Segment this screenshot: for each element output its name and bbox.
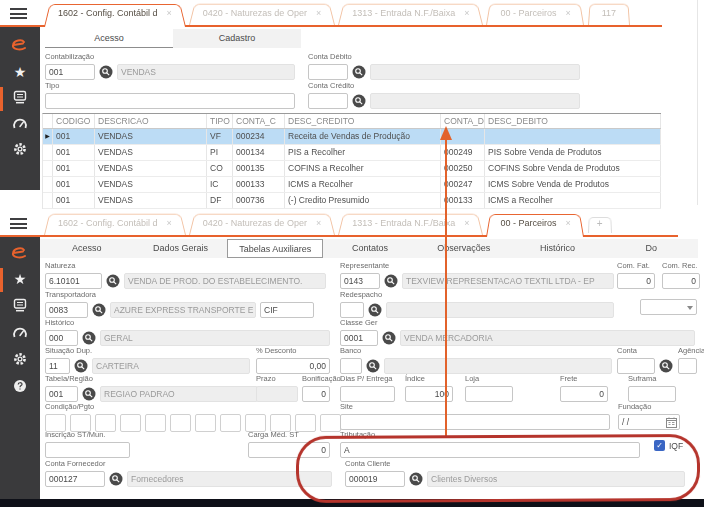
subtab-tabelas-auxiliares[interactable]: Tabelas Auxiliares <box>227 239 323 258</box>
classe-ger-code-input[interactable]: 0001 <box>340 330 378 346</box>
lookup-icon[interactable] <box>82 331 96 345</box>
tab-117[interactable]: 117 <box>588 2 630 25</box>
conta-input[interactable] <box>617 358 655 374</box>
tab-parceiros[interactable]: 00 - Parceiros× <box>486 212 584 237</box>
close-icon[interactable]: × <box>464 8 469 18</box>
empty-select[interactable] <box>640 299 697 315</box>
transportadora-code-input[interactable]: 0083 <box>45 302 88 318</box>
situacao-dup-code-input[interactable]: 11 <box>45 358 70 374</box>
natureza-code-input[interactable]: 6.10101 <box>45 273 102 289</box>
conta-credito-code-input[interactable] <box>308 93 348 109</box>
desconto-input[interactable]: 0,00 <box>256 358 330 374</box>
com-rec-input[interactable]: 0 <box>662 273 700 289</box>
col-desc-credito[interactable]: DESC_CREDITO <box>285 114 441 128</box>
subtab-cadastro[interactable]: Cadastro <box>173 29 301 48</box>
close-icon[interactable]: × <box>167 218 172 228</box>
menu-icon[interactable] <box>10 8 27 20</box>
settings-gear-icon[interactable] <box>0 352 40 370</box>
lookup-icon[interactable] <box>109 472 123 486</box>
bonificacao-input[interactable]: 0 <box>302 386 330 402</box>
subtab-acesso[interactable]: Acesso <box>45 29 173 48</box>
lookup-icon[interactable] <box>92 303 106 317</box>
contabilizacao-code-input[interactable]: 001 <box>45 64 95 80</box>
condicao-pgto-box[interactable] <box>170 414 191 432</box>
favorites-star-icon[interactable]: ★ <box>0 271 40 289</box>
redespacho-code-input[interactable] <box>340 302 364 318</box>
close-icon[interactable]: × <box>464 218 469 228</box>
subtab-documentos[interactable]: Do <box>604 239 698 258</box>
calendar-icon[interactable] <box>666 417 677 430</box>
col-descricao[interactable]: DESCRICAO <box>95 114 207 128</box>
lookup-icon[interactable] <box>659 359 673 373</box>
conta-debito-code-input[interactable] <box>308 64 348 80</box>
subtab-observacoes[interactable]: Observações <box>417 239 511 258</box>
fundacao-input[interactable]: / / <box>618 414 680 430</box>
table-row[interactable]: 001 VENDAS DF 000736 (-) Credito Presumi… <box>43 193 661 209</box>
close-icon[interactable]: × <box>316 218 321 228</box>
tab-parceiros[interactable]: 00 - Parceiros× <box>486 2 584 25</box>
help-question-icon[interactable] <box>0 379 40 397</box>
lookup-icon[interactable] <box>99 65 113 79</box>
conta-fornecedor-code-input[interactable]: 000127 <box>45 471 105 487</box>
dashboard-gauge-icon[interactable] <box>0 116 40 134</box>
tab-config-contabil[interactable]: 1602 - Config. Contábil d× <box>44 2 186 27</box>
subtab-dados-gerais[interactable]: Dados Gerais <box>134 239 228 258</box>
subtab-historico[interactable]: Histórico <box>511 239 605 258</box>
tab-entrada-nf[interactable]: 1313 - Entrada N.F./Baixa× <box>338 2 483 25</box>
representante-code-input[interactable]: 0143 <box>340 273 380 289</box>
condicao-pgto-box[interactable] <box>195 414 216 432</box>
conta-cliente-code-input[interactable]: 000019 <box>345 471 405 487</box>
col-conta-c[interactable]: CONTA_C <box>233 114 285 128</box>
tributacao-select[interactable]: A <box>340 442 640 458</box>
subtab-acesso[interactable]: Acesso <box>40 239 134 258</box>
col-conta-d[interactable]: CONTA_D <box>441 114 485 128</box>
menu-icon[interactable] <box>10 218 27 230</box>
close-icon[interactable]: × <box>167 8 172 18</box>
lookup-icon[interactable] <box>366 359 380 373</box>
banco-code-input[interactable] <box>340 358 362 374</box>
subtab-contatos[interactable]: Contatos <box>323 239 417 258</box>
carga-med-input[interactable]: 0 <box>248 442 330 458</box>
agencia-input[interactable] <box>678 358 697 374</box>
col-tipo[interactable]: TIPO <box>207 114 233 128</box>
suframa-input[interactable] <box>628 386 676 402</box>
lookup-icon[interactable] <box>74 359 88 373</box>
tabela-regiao-code-input[interactable]: 001 <box>45 386 78 402</box>
tab-naturezas-oper[interactable]: 0420 - Naturezas de Oper× <box>189 212 335 235</box>
new-tab-button[interactable]: + <box>588 216 612 233</box>
col-codigo[interactable]: CODIGO <box>53 114 95 128</box>
settings-gear-icon[interactable] <box>0 142 40 160</box>
close-icon[interactable]: × <box>566 8 571 18</box>
table-row[interactable]: 001 VENDAS CO 000135 COFINS a Recolher 0… <box>43 161 661 177</box>
table-row[interactable]: 001 VENDAS PI 000134 PIS a Recolher 0002… <box>43 145 661 161</box>
lookup-icon[interactable] <box>368 303 382 317</box>
lookup-icon[interactable] <box>382 331 396 345</box>
frete-tipo-select[interactable]: CIF <box>260 302 314 318</box>
prazo-select[interactable] <box>256 386 298 402</box>
lookup-icon[interactable] <box>352 94 366 108</box>
tab-naturezas-oper[interactable]: 0420 - Naturezas de Oper× <box>189 2 335 25</box>
lookup-icon[interactable] <box>384 274 398 288</box>
tipo-select[interactable] <box>45 93 295 109</box>
loja-input[interactable] <box>465 386 513 402</box>
journal-icon[interactable] <box>0 90 40 108</box>
iqf-checkbox[interactable]: ✓ <box>654 440 665 451</box>
lookup-icon[interactable] <box>409 472 423 486</box>
table-row[interactable]: ▶ 001 VENDAS VF 000234 Receita de Vendas… <box>43 129 661 145</box>
lookup-icon[interactable] <box>82 387 96 401</box>
site-input[interactable] <box>340 414 610 430</box>
com-fat-input[interactable]: 0 <box>617 273 655 289</box>
condicao-pgto-box[interactable] <box>220 414 241 432</box>
favorites-star-icon[interactable]: ★ <box>0 64 40 82</box>
col-desc-debito[interactable]: DESC_DEBITO <box>485 114 661 128</box>
indice-input[interactable]: 100 <box>405 386 453 402</box>
dashboard-gauge-icon[interactable] <box>0 325 40 343</box>
historico-code-input[interactable]: 000 <box>45 330 78 346</box>
journal-icon[interactable] <box>0 298 40 316</box>
condicao-pgto-box[interactable] <box>145 414 166 432</box>
tab-config-contabil[interactable]: 1602 - Config. Contábil d× <box>44 212 186 235</box>
lookup-icon[interactable] <box>352 65 366 79</box>
close-icon[interactable]: × <box>316 8 321 18</box>
lookup-icon[interactable] <box>106 274 120 288</box>
close-icon[interactable]: × <box>566 218 571 228</box>
